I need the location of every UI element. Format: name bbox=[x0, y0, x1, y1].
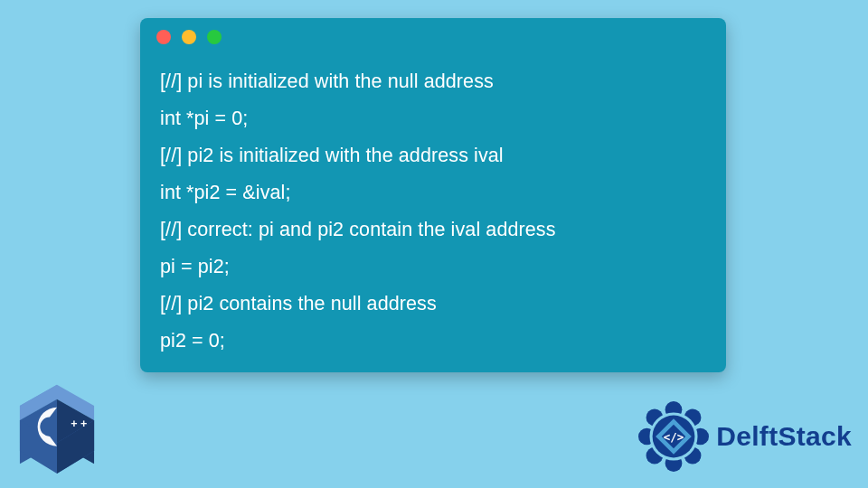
code-line: [//] correct: pi and pi2 contain the iva… bbox=[160, 211, 706, 249]
code-line: [//] pi2 is initialized with the address… bbox=[160, 137, 706, 174]
delftstack-text: DelftStack bbox=[716, 421, 852, 452]
minimize-icon[interactable] bbox=[182, 30, 196, 44]
close-icon[interactable] bbox=[156, 30, 171, 44]
code-line: pi2 = 0; bbox=[160, 323, 706, 360]
code-body: [//] pi is initialized with the null add… bbox=[140, 56, 726, 360]
code-line: int *pi = 0; bbox=[160, 100, 706, 137]
code-window: [//] pi is initialized with the null add… bbox=[140, 18, 726, 372]
delftstack-icon: </> bbox=[638, 401, 709, 472]
delftstack-logo: </> DelftStack bbox=[638, 401, 852, 472]
zoom-icon[interactable] bbox=[207, 30, 222, 44]
code-line: [//] pi is initialized with the null add… bbox=[160, 63, 706, 100]
window-titlebar bbox=[140, 18, 726, 56]
cpp-logo-icon: + + bbox=[16, 383, 98, 474]
code-line: pi = pi2; bbox=[160, 249, 706, 286]
code-line: [//] pi2 contains the null address bbox=[160, 286, 706, 323]
page-background: [//] pi is initialized with the null add… bbox=[0, 0, 868, 488]
svg-text:+: + bbox=[71, 418, 77, 430]
svg-text:+: + bbox=[80, 418, 87, 430]
svg-text:</>: </> bbox=[664, 430, 684, 444]
code-line: int *pi2 = &ival; bbox=[160, 174, 706, 211]
